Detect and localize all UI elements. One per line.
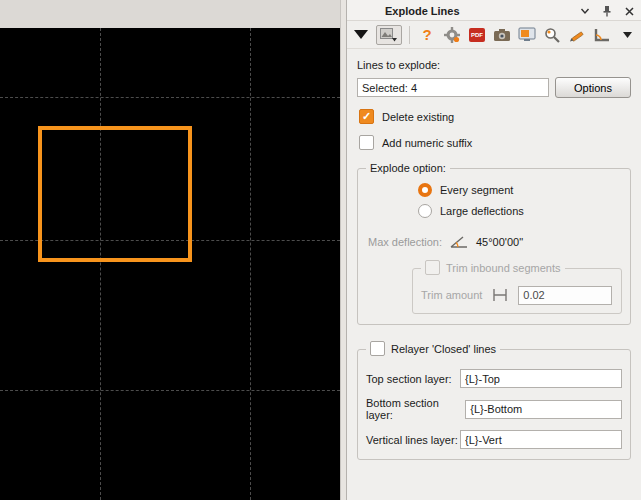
tools-pencil-icon[interactable] xyxy=(567,25,587,45)
trim-inbound-label: Trim inbound segments xyxy=(446,262,561,274)
large-deflections-label: Large deflections xyxy=(440,205,524,217)
angle-icon xyxy=(449,232,469,252)
layer-row: Bottom section layer: xyxy=(366,397,622,421)
trim-amount-input[interactable] xyxy=(518,286,612,305)
relayer-closed-lines-checkbox[interactable] xyxy=(370,341,385,356)
add-numeric-suffix-checkbox[interactable] xyxy=(359,135,374,150)
corner-angle-icon[interactable] xyxy=(592,25,612,45)
explode-option-group: Explode option: Every segment Large defl… xyxy=(357,162,631,325)
add-numeric-suffix-label: Add numeric suffix xyxy=(382,137,472,149)
grid-line-horizontal xyxy=(0,97,340,98)
screen-icon[interactable] xyxy=(517,25,537,45)
max-deflection-value[interactable]: 45°00'00" xyxy=(476,236,523,248)
chevron-down-icon[interactable] xyxy=(577,4,593,18)
vertical-lines-layer-input[interactable] xyxy=(460,430,622,449)
panel-titlebar: Explode Lines xyxy=(347,0,641,21)
settings-gear-icon[interactable] xyxy=(442,25,462,45)
camera-icon[interactable] xyxy=(492,25,512,45)
close-icon[interactable] xyxy=(621,4,637,18)
trim-width-icon xyxy=(490,285,510,305)
every-segment-radio[interactable] xyxy=(418,183,432,197)
grid-line-vertical xyxy=(250,28,251,500)
top-section-layer-label: Top section layer: xyxy=(366,373,452,385)
vertical-lines-layer-label: Vertical lines layer: xyxy=(366,434,458,446)
panel-toolbar: ? PDF xyxy=(347,21,641,49)
explode-option-legend: Explode option: xyxy=(366,162,450,174)
pin-icon[interactable] xyxy=(599,4,615,18)
top-section-layer-input[interactable] xyxy=(460,369,622,388)
delete-existing-label: Delete existing xyxy=(382,111,454,123)
toolbar-separator xyxy=(409,26,410,44)
help-icon[interactable]: ? xyxy=(417,25,437,45)
zoom-icon[interactable] xyxy=(542,25,562,45)
selected-rectangle[interactable] xyxy=(38,126,192,262)
canvas-column xyxy=(0,0,340,500)
delete-existing-checkbox[interactable]: ✓ xyxy=(359,109,374,124)
trim-inbound-group: Trim inbound segments Trim amount xyxy=(412,260,622,314)
relayer-closed-lines-label: Relayer 'Closed' lines xyxy=(391,343,496,355)
canvas-top-strip xyxy=(0,0,340,28)
selection-input[interactable] xyxy=(357,78,549,97)
bottom-section-layer-input[interactable] xyxy=(465,400,622,419)
pdf-icon[interactable]: PDF xyxy=(467,25,487,45)
explode-lines-panel: Explode Lines ? xyxy=(346,0,641,500)
panel-title: Explode Lines xyxy=(385,5,460,17)
options-button[interactable]: Options xyxy=(555,77,631,98)
toolbar-overflow-icon[interactable] xyxy=(617,25,637,45)
max-deflection-label: Max deflection: xyxy=(368,236,442,248)
grid-line-vertical xyxy=(100,28,101,500)
trim-amount-label: Trim amount xyxy=(421,289,482,301)
lines-to-explode-label: Lines to explode: xyxy=(357,59,631,71)
large-deflections-radio[interactable] xyxy=(418,204,432,218)
trim-inbound-checkbox[interactable] xyxy=(425,260,440,275)
layer-row: Top section layer: xyxy=(366,369,622,388)
layer-row: Vertical lines layer: xyxy=(366,430,622,449)
flyout-triangle-icon[interactable] xyxy=(351,25,371,45)
relayer-closed-lines-group: Relayer 'Closed' lines Top section layer… xyxy=(357,341,631,460)
drawing-canvas[interactable] xyxy=(0,28,340,500)
app-window: Explode Lines ? xyxy=(0,0,641,500)
grid-line-horizontal xyxy=(0,390,340,391)
every-segment-label: Every segment xyxy=(440,184,513,196)
panel-content: Lines to explode: Options ✓ Delete exist… xyxy=(347,49,641,500)
bottom-section-layer-label: Bottom section layer: xyxy=(366,397,465,421)
view-mode-button[interactable] xyxy=(376,25,402,45)
